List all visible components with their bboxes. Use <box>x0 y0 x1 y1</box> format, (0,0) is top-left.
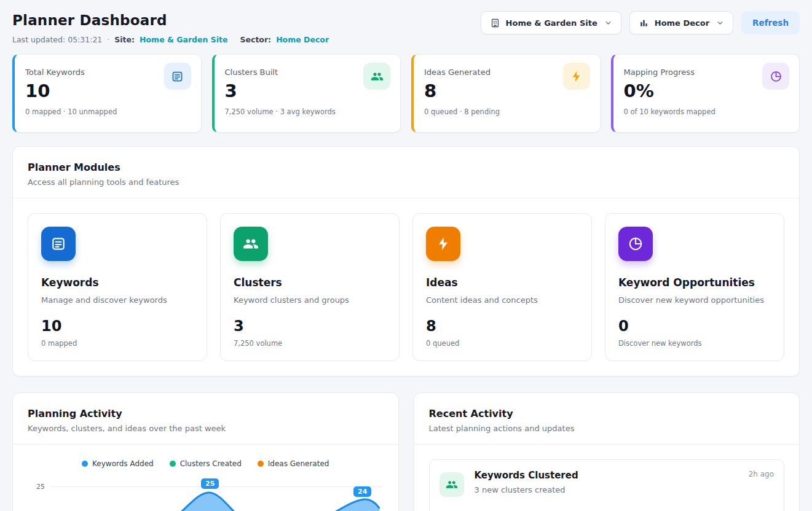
recent-activity-item: Keywords Clustered 2h ago 3 new clusters… <box>429 459 785 511</box>
stat-card-mapping-progress: Mapping Progress 0% 0 of 10 keywords map… <box>611 54 800 133</box>
document-icon <box>164 63 191 90</box>
panel-title: Recent Activity <box>429 408 785 419</box>
module-title: Keywords <box>41 276 194 289</box>
site-selector-dropdown[interactable]: Home & Garden Site <box>481 11 621 34</box>
legend-label: Ideas Generated <box>268 459 329 468</box>
legend-label: Clusters Created <box>180 459 242 468</box>
module-description: Content ideas and concepts <box>426 295 578 306</box>
sector-link[interactable]: Home Decor <box>276 35 329 44</box>
stat-detail: 0 of 10 keywords mapped <box>624 107 789 116</box>
site-link[interactable]: Home & Garden Site <box>140 35 227 44</box>
panel-subtitle: Keywords, clusters, and ideas over the p… <box>28 424 384 433</box>
module-value: 3 <box>234 318 386 335</box>
page-title: Planner Dashboard <box>12 12 329 28</box>
users-icon <box>234 227 268 261</box>
separator-dot: · <box>107 35 109 44</box>
panel-title: Planner Modules <box>28 162 784 173</box>
modules-grid: Keywords Manage and discover keywords 10… <box>28 213 784 361</box>
legend-dot-orange <box>258 461 264 467</box>
module-value: 0 <box>618 318 771 335</box>
module-value: 8 <box>426 318 578 335</box>
stat-detail: 0 mapped · 10 unmapped <box>25 107 191 116</box>
module-description: Manage and discover keywords <box>41 295 194 306</box>
stat-card-ideas-generated: Ideas Generated 8 0 queued · 8 pending <box>411 54 601 133</box>
bolt-icon <box>426 227 460 261</box>
chevron-down-icon <box>716 19 724 27</box>
legend-dot-blue <box>82 461 88 467</box>
stat-card-total-keywords: Total Keywords 10 0 mapped · 10 unmapped <box>12 54 202 133</box>
bottom-row: Planning Activity Keywords, clusters, an… <box>12 392 800 511</box>
refresh-button[interactable]: Refresh <box>741 11 800 34</box>
header-controls: Home & Garden Site Home Decor <box>481 11 800 34</box>
divider <box>13 444 398 445</box>
page-header: Planner Dashboard Last updated: 05:31:21… <box>12 11 800 44</box>
legend-item-ideas-generated: Ideas Generated <box>258 459 329 468</box>
building-icon <box>490 18 500 28</box>
module-card-keyword-opportunities[interactable]: Keyword Opportunities Discover new keywo… <box>605 213 784 361</box>
stat-card-clusters-built: Clusters Built 3 7,250 volume · 3 avg ke… <box>212 54 401 133</box>
panel-subtitle: Access all planning tools and features <box>28 177 784 187</box>
module-detail: 0 mapped <box>41 339 194 348</box>
module-title: Keyword Opportunities <box>618 276 771 289</box>
activity-timestamp: 2h ago <box>749 470 774 478</box>
planning-activity-panel: Planning Activity Keywords, clusters, an… <box>12 392 399 511</box>
stat-detail: 7,250 volume · 3 avg keywords <box>225 107 390 116</box>
divider <box>414 444 800 445</box>
legend-item-keywords-added: Keywords Added <box>82 459 154 468</box>
site-selector-value: Home & Garden Site <box>506 18 597 28</box>
users-icon <box>440 472 464 497</box>
module-detail: 0 queued <box>426 339 578 348</box>
legend-item-clusters-created: Clusters Created <box>170 459 242 468</box>
header-left: Planner Dashboard Last updated: 05:31:21… <box>12 11 329 44</box>
module-card-clusters[interactable]: Clusters Keyword clusters and groups 3 7… <box>220 213 400 361</box>
users-icon <box>363 63 390 90</box>
module-value: 10 <box>41 318 194 335</box>
recent-activity-panel: Recent Activity Latest planning actions … <box>414 392 800 511</box>
subheader: Last updated: 05:31:21 · Site: Home & Ga… <box>12 35 329 44</box>
planning-activity-chart: 25 25 24 <box>28 474 384 511</box>
legend-label: Keywords Added <box>92 459 154 468</box>
sector-selector-dropdown[interactable]: Home Decor <box>629 11 733 34</box>
activity-row: Keywords Clustered 2h ago <box>475 470 775 481</box>
activity-title: Keywords Clustered <box>475 470 578 481</box>
panel-subtitle: Latest planning actions and updates <box>429 424 785 433</box>
activity-description: 3 new clusters created <box>475 485 775 494</box>
planner-dashboard-page: Planner Dashboard Last updated: 05:31:21… <box>0 0 812 511</box>
point-label-badge: 24 <box>353 486 371 497</box>
sector-label: Sector: <box>240 35 272 44</box>
activity-body: Keywords Clustered 2h ago 3 new clusters… <box>475 470 775 494</box>
last-updated-text: Last updated: 05:31:21 <box>12 35 102 44</box>
chart-legend: Keywords Added Clusters Created Ideas Ge… <box>28 459 384 468</box>
panel-title: Planning Activity <box>28 408 384 419</box>
module-card-keywords[interactable]: Keywords Manage and discover keywords 10… <box>28 213 207 361</box>
sector-selector-value: Home Decor <box>655 18 709 28</box>
module-description: Keyword clusters and groups <box>234 295 386 306</box>
y-axis-tick: 25 <box>36 483 45 491</box>
module-detail: Discover new keywords <box>618 339 771 348</box>
chevron-down-icon <box>604 19 612 27</box>
point-label-badge: 25 <box>201 478 219 489</box>
bar-chart-icon <box>639 18 649 28</box>
planner-modules-panel: Planner Modules Access all planning tool… <box>12 146 800 376</box>
pie-chart-icon <box>762 63 789 90</box>
divider <box>13 198 799 198</box>
module-title: Clusters <box>234 276 386 289</box>
bolt-icon <box>563 63 590 90</box>
stat-detail: 0 queued · 8 pending <box>424 107 589 116</box>
module-card-ideas[interactable]: Ideas Content ideas and concepts 8 0 que… <box>412 213 592 361</box>
pie-chart-icon <box>618 227 653 261</box>
module-title: Ideas <box>426 276 578 289</box>
document-icon <box>41 227 76 261</box>
module-description: Discover new keyword opportunities <box>618 295 771 306</box>
legend-dot-green <box>170 461 176 467</box>
site-label: Site: <box>114 35 135 44</box>
stats-row: Total Keywords 10 0 mapped · 10 unmapped… <box>12 54 800 133</box>
module-detail: 7,250 volume <box>234 339 386 348</box>
